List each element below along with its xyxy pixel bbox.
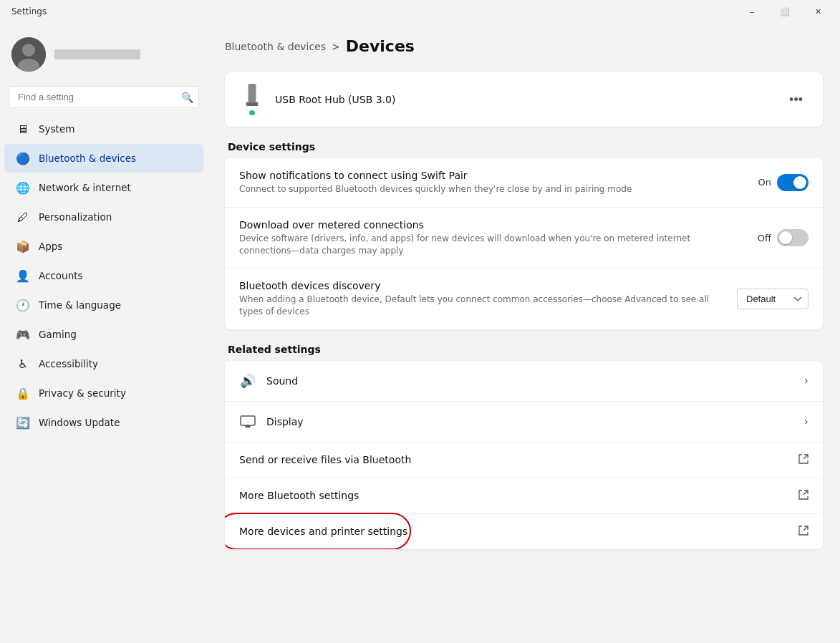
close-button[interactable]: ✕ — [801, 0, 834, 23]
device-more-button[interactable]: ••• — [783, 90, 808, 110]
device-settings-header: Device settings — [225, 141, 823, 153]
more-bluetooth-row[interactable]: More Bluetooth settings — [225, 478, 823, 514]
device-card: USB Root Hub (USB 3.0) ••• — [225, 72, 823, 127]
svg-rect-6 — [245, 426, 251, 427]
send-receive-row[interactable]: Send or receive files via Bluetooth — [225, 443, 823, 478]
sidebar-item-gaming[interactable]: 🎮 Gaming — [4, 320, 203, 349]
nav-icon-accessibility: ♿ — [16, 357, 30, 371]
nav-label-time: Time & language — [39, 299, 121, 311]
app-container: 🔍 🖥 System 🔵 Bluetooth & devices 🌐 Netwo… — [0, 23, 840, 643]
sidebar-item-update[interactable]: 🔄 Windows Update — [4, 408, 203, 437]
display-row[interactable]: Display › — [225, 402, 823, 443]
sound-icon: 🔊 — [239, 372, 256, 390]
nav-icon-accounts: 👤 — [16, 269, 30, 283]
sidebar-item-accounts[interactable]: 👤 Accounts — [4, 261, 203, 290]
display-icon — [239, 413, 256, 430]
more-devices-external-icon — [798, 526, 808, 538]
metered-toggle-track — [777, 229, 808, 246]
nav-icon-network: 🌐 — [16, 180, 30, 195]
breadcrumb: Bluetooth & devices > Devices — [225, 37, 823, 55]
sidebar: 🔍 🖥 System 🔵 Bluetooth & devices 🌐 Netwo… — [0, 23, 208, 643]
svg-rect-5 — [241, 416, 255, 425]
nav-icon-system: 🖥 — [16, 122, 30, 136]
nav-list: 🖥 System 🔵 Bluetooth & devices 🌐 Network… — [0, 114, 208, 437]
metered-toggle[interactable] — [777, 229, 808, 246]
swift-pair-toggle[interactable] — [777, 174, 808, 191]
metered-toggle-label: Off — [758, 233, 771, 243]
nav-icon-gaming: 🎮 — [16, 327, 30, 342]
search-input[interactable] — [9, 86, 199, 108]
breadcrumb-parent[interactable]: Bluetooth & devices — [225, 41, 326, 52]
more-devices-label: More devices and printer settings — [239, 526, 407, 537]
titlebar-controls: – ⬜ ✕ — [735, 0, 834, 23]
discovery-title: Bluetooth devices discovery — [239, 280, 723, 291]
svg-point-1 — [22, 44, 35, 57]
nav-icon-update: 🔄 — [16, 415, 30, 430]
device-info: USB Root Hub (USB 3.0) — [239, 84, 395, 115]
sidebar-item-apps[interactable]: 📦 Apps — [4, 232, 203, 261]
sound-label: Sound — [266, 375, 298, 387]
nav-label-system: System — [39, 123, 74, 135]
minimize-button[interactable]: – — [735, 0, 768, 23]
nav-label-personalization: Personalization — [39, 211, 112, 223]
swift-pair-desc: Connect to supported Bluetooth devices q… — [239, 183, 744, 195]
avatar — [11, 37, 46, 72]
display-chevron-icon: › — [804, 415, 808, 428]
sidebar-item-personalization[interactable]: 🖊 Personalization — [4, 203, 203, 231]
maximize-button[interactable]: ⬜ — [768, 0, 801, 23]
discovery-row: Bluetooth devices discovery When adding … — [225, 269, 823, 329]
titlebar: Settings – ⬜ ✕ — [0, 0, 840, 23]
swift-pair-row: Show notifications to connect using Swif… — [225, 158, 823, 208]
breadcrumb-separator: > — [332, 41, 340, 52]
svg-rect-7 — [246, 425, 249, 426]
swift-pair-title: Show notifications to connect using Swif… — [239, 170, 744, 181]
metered-desc: Device software (drivers, info, and apps… — [239, 233, 743, 257]
device-settings-group: Show notifications to connect using Swif… — [225, 158, 823, 329]
nav-icon-personalization: 🖊 — [16, 210, 30, 224]
user-name — [54, 49, 140, 59]
titlebar-title: Settings — [11, 6, 47, 16]
usb-hub-icon — [239, 84, 265, 115]
nav-label-bluetooth: Bluetooth & devices — [39, 153, 136, 164]
sidebar-item-network[interactable]: 🌐 Network & internet — [4, 173, 203, 202]
nav-icon-privacy: 🔒 — [16, 386, 30, 400]
send-receive-label: Send or receive files via Bluetooth — [239, 454, 411, 465]
sidebar-item-bluetooth[interactable]: 🔵 Bluetooth & devices — [4, 144, 203, 173]
nav-label-privacy: Privacy & security — [39, 387, 126, 399]
device-status-dot — [249, 110, 255, 115]
metered-title: Download over metered connections — [239, 219, 743, 231]
nav-icon-time: 🕐 — [16, 298, 30, 312]
sidebar-item-system[interactable]: 🖥 System — [4, 115, 203, 143]
nav-label-accounts: Accounts — [39, 270, 83, 281]
nav-label-accessibility: Accessibility — [39, 358, 98, 369]
swift-pair-toggle-label: On — [758, 177, 771, 188]
discovery-dropdown[interactable]: Default Advanced — [737, 289, 808, 309]
nav-label-gaming: Gaming — [39, 329, 77, 340]
device-name: USB Root Hub (USB 3.0) — [275, 94, 395, 105]
sidebar-item-accessibility[interactable]: ♿ Accessibility — [4, 349, 203, 378]
metered-row: Download over metered connections Device… — [225, 208, 823, 269]
sound-chevron-icon: › — [804, 374, 808, 387]
nav-label-apps: Apps — [39, 241, 62, 252]
svg-rect-4 — [246, 102, 258, 105]
nav-icon-apps: 📦 — [16, 239, 30, 253]
search-box: 🔍 — [9, 86, 199, 108]
discovery-desc: When adding a Bluetooth device, Default … — [239, 294, 723, 318]
search-icon: 🔍 — [181, 92, 193, 103]
more-bluetooth-external-icon — [798, 490, 808, 502]
user-profile — [0, 29, 208, 83]
main-content: Bluetooth & devices > Devices USB Root H… — [208, 23, 840, 643]
swift-pair-toggle-track — [777, 174, 808, 191]
more-bluetooth-label: More Bluetooth settings — [239, 490, 359, 501]
display-label: Display — [266, 416, 304, 427]
swift-pair-toggle-thumb — [793, 176, 806, 189]
sidebar-item-time[interactable]: 🕐 Time & language — [4, 291, 203, 319]
svg-rect-3 — [248, 84, 256, 102]
send-receive-external-icon — [798, 454, 808, 466]
sound-row[interactable]: 🔊 Sound › — [225, 361, 823, 402]
metered-toggle-thumb — [779, 231, 792, 244]
more-devices-row[interactable]: More devices and printer settings — [225, 514, 823, 549]
sidebar-item-privacy[interactable]: 🔒 Privacy & security — [4, 379, 203, 407]
related-settings-group: 🔊 Sound › Display › — [225, 361, 823, 549]
breadcrumb-current: Devices — [346, 37, 415, 55]
